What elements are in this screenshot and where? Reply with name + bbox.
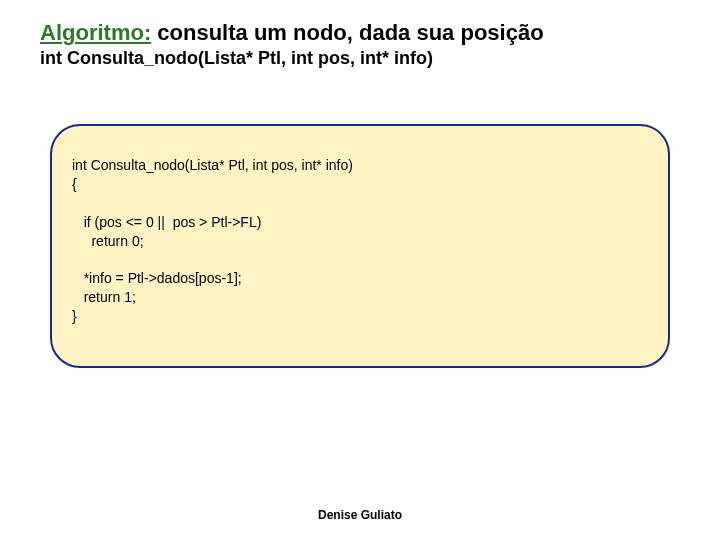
slide: Algoritmo: consulta um nodo, dada sua po… <box>0 0 720 368</box>
title-rest: consulta um nodo, dada sua posição <box>151 20 543 45</box>
function-signature: int Consulta_nodo(Lista* Ptl, int pos, i… <box>40 48 680 69</box>
title-keyword: Algoritmo: <box>40 20 151 45</box>
slide-title: Algoritmo: consulta um nodo, dada sua po… <box>40 20 680 46</box>
footer-author: Denise Guliato <box>0 508 720 522</box>
code-box: int Consulta_nodo(Lista* Ptl, int pos, i… <box>50 124 670 368</box>
